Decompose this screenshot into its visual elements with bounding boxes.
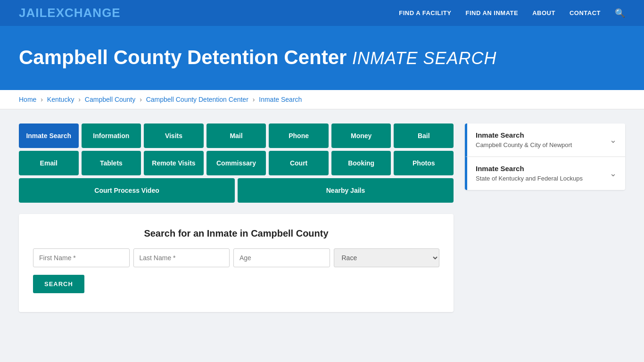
tab-money[interactable]: Money [331, 123, 391, 148]
nav-find-inmate[interactable]: FIND AN INMATE [465, 9, 518, 16]
sidebar-item-campbell[interactable]: Inmate Search Campbell County & City of … [465, 123, 625, 156]
breadcrumb-detention-center[interactable]: Campbell County Detention Center [146, 96, 248, 103]
chevron-down-icon: ⌄ [610, 168, 617, 179]
hero-section: Campbell County Detention Center INMATE … [0, 27, 644, 90]
tab-photos[interactable]: Photos [394, 151, 454, 175]
logo[interactable]: JAILEXCHANGE [19, 6, 121, 20]
tab-bail[interactable]: Bail [394, 123, 454, 148]
nav-links: FIND A FACILITY FIND AN INMATE ABOUT CON… [399, 8, 625, 18]
tab-tablets[interactable]: Tablets [82, 151, 141, 175]
tab-email[interactable]: Email [19, 151, 79, 175]
tab-information[interactable]: Information [82, 123, 141, 148]
left-column: Inmate Search Information Visits Mail Ph… [19, 123, 454, 312]
nav-contact[interactable]: CONTACT [570, 9, 601, 16]
tab-inmate-search[interactable]: Inmate Search [19, 123, 79, 148]
last-name-input[interactable] [133, 248, 230, 267]
logo-jail: JAIL [19, 6, 47, 20]
search-title: Search for an Inmate in Campbell County [33, 228, 439, 239]
nav-find-facility[interactable]: FIND A FACILITY [399, 9, 451, 16]
nav-about[interactable]: ABOUT [532, 9, 555, 16]
race-select[interactable]: Race White Black Hispanic Asian Other [334, 248, 440, 267]
navbar: JAILEXCHANGE FIND A FACILITY FIND AN INM… [0, 0, 644, 27]
sidebar-card: Inmate Search Campbell County & City of … [465, 123, 625, 190]
search-card: Search for an Inmate in Campbell County … [19, 214, 454, 312]
tab-court-process-video[interactable]: Court Process Video [19, 178, 235, 203]
age-input[interactable] [233, 248, 330, 267]
tabs-grid: Inmate Search Information Visits Mail Ph… [19, 123, 454, 203]
search-button[interactable]: SEARCH [33, 275, 84, 293]
tab-booking[interactable]: Booking [331, 151, 391, 175]
sidebar-item-kentucky[interactable]: Inmate Search State of Kentucky and Fede… [465, 156, 625, 190]
search-fields: Race White Black Hispanic Asian Other [33, 248, 439, 267]
tab-nearby-jails[interactable]: Nearby Jails [238, 178, 454, 203]
tab-commissary[interactable]: Commissary [206, 151, 266, 175]
tab-phone[interactable]: Phone [269, 123, 329, 148]
breadcrumb-inmate-search[interactable]: Inmate Search [259, 96, 302, 103]
tab-mail[interactable]: Mail [206, 123, 266, 148]
chevron-down-icon: ⌄ [610, 135, 617, 145]
logo-exchange: EXCHANGE [47, 6, 120, 20]
tab-visits[interactable]: Visits [144, 123, 204, 148]
right-sidebar: Inmate Search Campbell County & City of … [465, 123, 625, 191]
breadcrumb-home[interactable]: Home [19, 96, 36, 103]
first-name-input[interactable] [33, 248, 130, 267]
tab-court[interactable]: Court [269, 151, 329, 175]
breadcrumb: Home › Kentucky › Campbell County › Camp… [0, 90, 644, 109]
breadcrumb-campbell-county[interactable]: Campbell County [85, 96, 135, 103]
search-icon[interactable]: 🔍 [615, 8, 625, 18]
breadcrumb-kentucky[interactable]: Kentucky [47, 96, 74, 103]
main-content: Inmate Search Information Visits Mail Ph… [0, 109, 644, 326]
page-title: Campbell County Detention Center INMATE … [19, 46, 625, 69]
tab-remote-visits[interactable]: Remote Visits [144, 151, 204, 175]
